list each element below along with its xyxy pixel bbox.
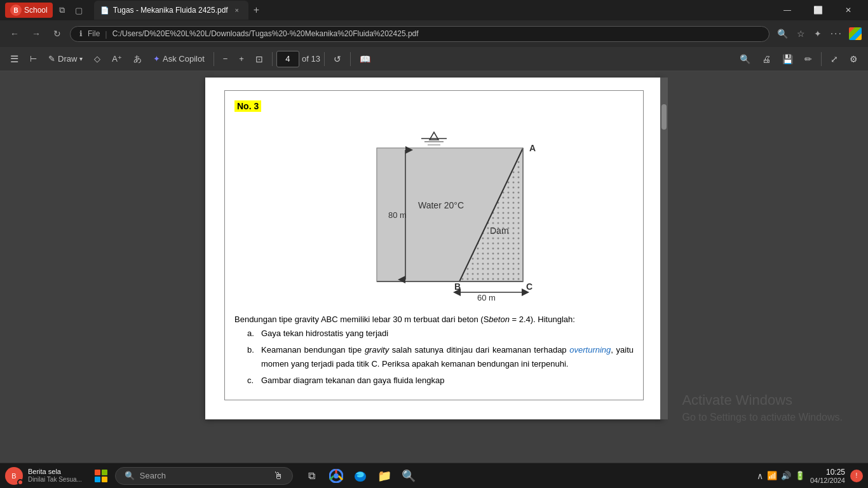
edge-icon [353, 469, 367, 483]
taskbar-right: ∧ 📶 🔊 🔋 10:25 04/12/2024 ! [757, 468, 863, 484]
taskbar-apps: ⧉ 📁 🔍 [301, 464, 420, 487]
tab-manager-icon[interactable]: ⧉ [55, 3, 69, 18]
user-status: Dinilai Tak Sesua... [28, 476, 82, 484]
new-window-icon[interactable]: ▢ [71, 3, 86, 18]
task-view-button[interactable]: ⧉ [301, 464, 323, 487]
chrome-button[interactable] [325, 464, 348, 487]
minimize-button[interactable]: — [773, 0, 802, 20]
taskbar-search-icon: 🔍 [125, 471, 135, 480]
svg-text:C: C [526, 281, 532, 292]
zoom-button[interactable]: 🔍 [775, 26, 790, 41]
activate-windows-watermark: Activate Windows Go to Settings to activ… [682, 391, 843, 424]
dam-diagram: 80 m 60 m [313, 119, 555, 304]
chrome-icon [329, 469, 343, 483]
draw-icon: ✎ [48, 54, 55, 64]
user-name: Berita sela [28, 468, 82, 476]
problem-item-c: c. Gambar diagram tekanan dan gaya fluid… [247, 374, 634, 388]
favorites-button[interactable]: ☆ [794, 26, 808, 41]
tab-bar: 📄 Tugas - Mekanika Fluida 2425.pdf × + [94, 1, 770, 20]
window-controls: — ⬜ ✕ [773, 0, 863, 20]
book-view-button[interactable]: 📖 [355, 50, 376, 69]
refresh-button[interactable]: ↻ [50, 26, 65, 41]
svg-text:80 m: 80 m [388, 210, 407, 220]
notification-badge[interactable]: ! [850, 470, 863, 482]
rotate-button[interactable]: ↺ [329, 50, 346, 69]
copilot-icon: ✦ [153, 54, 160, 64]
address-bar: ← → ↻ ℹ File | C:/Users/D%20E%20L%20L/Do… [0, 20, 868, 47]
page-number-input[interactable] [276, 51, 299, 67]
markup-button[interactable]: ✏ [799, 50, 817, 69]
reading-mode-button[interactable]: ☰ [5, 50, 24, 69]
user-avatar: B [5, 467, 23, 485]
fullscreen-button[interactable]: ⤢ [825, 50, 843, 69]
taskbar-search-bar[interactable]: 🔍 Search 🖱 [115, 467, 293, 485]
pdf-content-area: No. 3 [0, 71, 868, 463]
new-tab-button[interactable]: + [250, 3, 263, 17]
close-button[interactable]: ✕ [834, 0, 863, 20]
taskbar-search-text: Search [140, 471, 166, 480]
problem-items: a. Gaya tekan hidrostatis yang terjadi b… [234, 327, 634, 388]
svg-text:A: A [529, 143, 536, 153]
save-button[interactable]: 💾 [777, 50, 798, 69]
text-select-button[interactable]: ⊢ [25, 50, 42, 69]
school-label: School [24, 6, 48, 15]
page-total: of 13 [302, 54, 320, 64]
app5-button[interactable]: 🔍 [397, 464, 420, 487]
page-navigation: of 13 [276, 51, 320, 67]
tab-title: Tugas - Mekanika Fluida 2425.pdf [113, 6, 228, 15]
aa-button[interactable]: あ [128, 50, 147, 69]
text-tool-button[interactable]: A⁺ [107, 50, 127, 69]
edge-button[interactable] [349, 464, 372, 487]
zoom-out-button[interactable]: − [218, 50, 233, 69]
svg-text:60 m: 60 m [477, 293, 496, 302]
scroll-thumb[interactable] [661, 104, 667, 130]
more-button[interactable]: ··· [828, 25, 845, 42]
school-button[interactable]: B School [5, 3, 53, 18]
scrollbar[interactable] [660, 78, 668, 419]
system-clock[interactable]: 10:25 04/12/2024 [810, 468, 845, 484]
item-c-text: Gambar diagram tekanan dan gaya fluida l… [261, 374, 444, 388]
zoom-in-button[interactable]: + [234, 50, 249, 69]
tab-pdf[interactable]: 📄 Tugas - Mekanika Fluida 2425.pdf × [94, 1, 248, 20]
task-view-icon: ⧉ [308, 470, 315, 482]
draw-label: Draw [58, 54, 77, 64]
item-a-label: a. [247, 327, 257, 341]
url-bar[interactable]: ℹ File | C:/Users/D%20E%20L%20L/Download… [70, 26, 770, 42]
problem-item-a: a. Gaya tekan hidrostatis yang terjadi [247, 327, 634, 341]
windows-logo [95, 470, 107, 482]
fit-page-button[interactable]: ⊡ [250, 50, 268, 69]
print-button[interactable]: 🖨 [757, 50, 776, 69]
chevron-up-icon[interactable]: ∧ [757, 471, 763, 481]
volume-icon[interactable]: 🔊 [781, 471, 791, 480]
forward-button[interactable]: → [28, 26, 44, 41]
clock-time: 10:25 [810, 468, 845, 477]
settings-button[interactable]: ⚙ [844, 50, 863, 69]
address-bar-right: 🔍 ☆ ✦ ··· [775, 25, 862, 42]
problem-title: No. 3 [234, 100, 261, 112]
clock-date: 04/12/2024 [810, 477, 845, 484]
battery-icon[interactable]: 🔋 [795, 471, 805, 480]
taskbar-user-area: B Berita sela Dinilai Tak Sesua... [5, 467, 82, 485]
svg-text:Water 20°C: Water 20°C [418, 200, 464, 210]
diagram-container: 80 m 60 m [234, 119, 634, 304]
problem-item-b: b. Keamanan bendungan tipe gravity salah… [247, 343, 634, 371]
erase-button[interactable]: ◇ [89, 50, 105, 69]
microsoft-icon [849, 27, 862, 40]
draw-dropdown-button[interactable]: ✎ Draw ▾ [43, 50, 88, 69]
item-b-label: b. [247, 343, 257, 371]
pdf-search-button[interactable]: 🔍 [735, 50, 756, 69]
files-button[interactable]: 📁 [373, 464, 396, 487]
collections-button[interactable]: ✦ [811, 26, 824, 41]
toolbar-separator-2 [272, 52, 273, 66]
back-button[interactable]: ← [6, 26, 23, 41]
url-scheme: File [88, 29, 100, 38]
maximize-button[interactable]: ⬜ [803, 0, 832, 20]
pdf-icon: 📄 [100, 6, 109, 15]
title-bar: B School ⧉ ▢ 📄 Tugas - Mekanika Fluida 2… [0, 0, 868, 20]
ask-copilot-button[interactable]: ✦ Ask Copilot [148, 50, 210, 69]
files-icon: 📁 [377, 469, 391, 483]
toolbar-separator-1 [214, 52, 214, 66]
start-button[interactable] [90, 464, 112, 487]
network-icon[interactable]: 📶 [767, 471, 777, 480]
tab-close-button[interactable]: × [232, 5, 242, 15]
